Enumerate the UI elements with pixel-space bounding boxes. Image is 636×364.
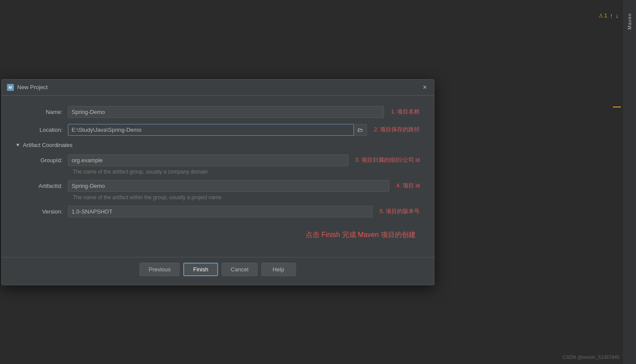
warning-count: 1: [604, 13, 607, 19]
version-form-row: Version: 5. 项目的版本号: [16, 206, 420, 217]
version-input-wrap: 5. 项目的版本号: [68, 206, 420, 217]
finish-button[interactable]: Finish: [183, 263, 218, 276]
dialog-close-button[interactable]: ×: [421, 83, 428, 92]
new-project-dialog: M New Project × Name: 1. 项目名称 Location:: [0, 0, 435, 364]
folder-icon: 🗁: [357, 127, 363, 133]
groupid-input[interactable]: [68, 154, 348, 166]
name-annotation: 1. 项目名称: [391, 108, 420, 116]
name-form-row: Name: 1. 项目名称: [16, 106, 420, 118]
dialog-footer: Previous Finish Cancel Help: [2, 257, 434, 285]
location-label: Location:: [16, 127, 68, 133]
browse-button[interactable]: 🗁: [354, 124, 367, 136]
dialog-icon-letter: M: [9, 85, 12, 90]
dialog-content: Name: 1. 项目名称 Location: 🗁: [2, 96, 434, 257]
name-label: Name:: [16, 109, 68, 115]
artifactid-annotation: 4. 项目 id: [396, 182, 420, 190]
version-annotation: 5. 项目的版本号: [380, 207, 420, 215]
name-input[interactable]: [68, 106, 384, 118]
groupid-hint: The name of the artifact group, usually …: [73, 169, 420, 175]
groupid-label: GroupId:: [16, 157, 68, 164]
previous-button[interactable]: Previous: [139, 263, 180, 276]
up-arrow-icon[interactable]: ↑: [610, 12, 613, 19]
dialog-app-icon: M: [7, 84, 14, 91]
yellow-accent-line: [613, 107, 621, 107]
artifactid-form-row: ArtifactId: 4. 项目 id: [16, 180, 420, 192]
location-annotation: 2. 项目保存的路径: [374, 126, 420, 134]
location-form-row: Location: 🗁 2. 项目保存的路径: [16, 124, 420, 136]
warning-icon: ⚠: [599, 13, 603, 19]
artifactid-label: ArtifactId:: [16, 183, 68, 189]
top-right-toolbar: ⚠ 1 ↑ ↓: [599, 12, 619, 19]
groupid-form-row: GroupId: 3. 项目归属的组织/公司 id: [16, 154, 420, 166]
groupid-input-wrap: 3. 项目归属的组织/公司 id: [68, 154, 420, 166]
right-sidebar: Maven: [623, 0, 636, 364]
down-arrow-icon[interactable]: ↓: [616, 12, 619, 19]
version-label: Version:: [16, 208, 68, 215]
artifactid-hint: The name of the artifact within the grou…: [73, 194, 420, 200]
artifactid-input[interactable]: [68, 180, 390, 192]
dialog-titlebar: M New Project ×: [2, 80, 434, 96]
cancel-button[interactable]: Cancel: [222, 263, 257, 276]
help-button[interactable]: Help: [261, 263, 296, 276]
artifact-section-header[interactable]: ▼ Artifact Coordinates: [16, 142, 420, 148]
location-input[interactable]: [68, 124, 354, 136]
groupid-annotation: 3. 项目归属的组织/公司 id: [355, 156, 420, 164]
name-input-wrap: 1. 项目名称: [68, 106, 420, 118]
csdn-watermark: CSDN @weixin_51367845: [562, 354, 619, 360]
collapse-arrow-icon: ▼: [16, 142, 20, 147]
dialog-title: New Project: [17, 84, 418, 90]
dialog-window: M New Project × Name: 1. 项目名称 Location:: [1, 79, 434, 285]
main-annotation: 点击 Finish 完成 Maven 项目的创建: [16, 230, 420, 240]
artifactid-input-wrap: 4. 项目 id: [68, 180, 420, 192]
warning-badge[interactable]: ⚠ 1: [599, 13, 607, 19]
artifact-section-title: Artifact Coordinates: [23, 142, 72, 148]
location-input-wrap: 🗁 2. 项目保存的路径: [68, 124, 420, 136]
maven-sidebar-label[interactable]: Maven: [627, 13, 632, 30]
version-input[interactable]: [68, 206, 373, 217]
